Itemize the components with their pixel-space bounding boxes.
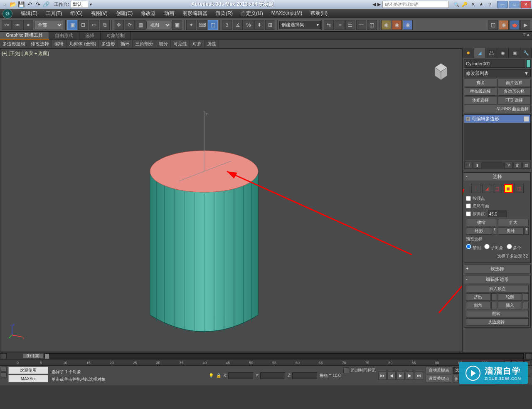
frame-indicator[interactable]: 0 / 100	[23, 354, 43, 358]
motion-tab-icon[interactable]: ◉	[497, 48, 509, 58]
sub-ribbon-item[interactable]: 多边形建模	[0, 40, 28, 48]
mod-stack-item[interactable]: + 可编辑多边形	[464, 115, 530, 123]
material-editor-icon[interactable]: ◉	[381, 20, 391, 30]
qat-save-icon[interactable]: 💾	[17, 1, 25, 8]
menu-item[interactable]: 帮助(H)	[306, 10, 332, 17]
outline-settings-icon[interactable]	[523, 293, 529, 301]
time-track[interactable]	[44, 353, 524, 359]
prev-frame-icon[interactable]: ◀	[387, 372, 396, 380]
sub-ribbon-item[interactable]: 细分	[156, 40, 171, 48]
ignore-backfacing-checkbox[interactable]	[466, 203, 471, 208]
key-icon[interactable]: 🔑	[461, 1, 468, 8]
select-name-icon[interactable]: ⊡	[78, 20, 88, 30]
menu-item[interactable]: MAXScript(M)	[267, 10, 307, 17]
mod-nurbs-sel[interactable]: NURBS 曲面选择	[464, 105, 531, 113]
sub-ribbon-item[interactable]: 修改选择	[28, 40, 52, 48]
ribbon-chevron-icon[interactable]: ▿ ▴	[521, 32, 532, 40]
lock-icon[interactable]: 🔒	[216, 373, 221, 378]
time-thumb[interactable]	[45, 354, 49, 359]
sub-ribbon-item[interactable]: 几何体 (全部)	[66, 40, 99, 48]
set-key-button[interactable]: 设置关键点	[426, 375, 452, 382]
layer-icon[interactable]: ☰	[345, 20, 355, 30]
mod-patch-sel[interactable]: 面片选择	[498, 79, 531, 87]
scale-icon[interactable]: ▤	[135, 20, 145, 30]
timeline-right-icon[interactable]	[525, 353, 532, 359]
shrink-button[interactable]: 收缩	[466, 219, 497, 226]
menu-item[interactable]: 组(G)	[66, 10, 86, 17]
configure-sets-icon[interactable]: ▤	[522, 162, 530, 169]
add-time-tag[interactable]: 添加时间标记	[351, 367, 376, 373]
viewport[interactable]: [+] [正交] [ 真实 + 边面] z	[0, 48, 462, 352]
close-button[interactable]: ✕	[520, 1, 531, 8]
modifier-stack[interactable]: + 可编辑多边形	[464, 114, 531, 160]
help-search-input[interactable]	[382, 1, 449, 8]
by-angle-checkbox[interactable]	[466, 211, 471, 216]
polygon-subobj-icon[interactable]: ◼	[504, 184, 513, 193]
render-last-icon[interactable]: ▶	[520, 20, 530, 30]
preview-multi-radio[interactable]	[507, 244, 512, 249]
ring-spinner-icon[interactable]: ⬍	[493, 227, 497, 235]
hinge-button[interactable]: 从边旋转	[466, 318, 529, 326]
goto-end-icon[interactable]: ⏭	[415, 372, 423, 380]
utilities-tab-icon[interactable]: 🔧	[520, 48, 532, 58]
menu-item[interactable]: 编辑(E)	[17, 10, 42, 17]
key-icon-btn[interactable]: ⊚	[453, 375, 459, 382]
angle-snap-icon[interactable]: ∡	[233, 20, 243, 30]
qat-undo-icon[interactable]: ↶	[26, 1, 33, 8]
ribbon-tab[interactable]: Graphite 建模工具	[0, 32, 49, 40]
sub-ribbon-item[interactable]: 属性	[204, 40, 219, 48]
timeline-left-icon[interactable]	[0, 353, 7, 359]
edged-faces-icon[interactable]: ⊞	[265, 20, 275, 30]
qat-redo-icon[interactable]: ↷	[34, 1, 42, 8]
vertex-subobj-icon[interactable]: ⋮	[471, 184, 480, 193]
sub-ribbon-item[interactable]: 循环	[118, 40, 133, 48]
curve-editor-icon[interactable]: 〰	[356, 20, 366, 30]
snap-toggle-icon[interactable]: ◫	[208, 20, 218, 30]
menu-item[interactable]: 图形编辑器	[178, 10, 212, 17]
ring-button[interactable]: 环形	[466, 227, 492, 235]
link-icon[interactable]: ⚯	[2, 20, 12, 30]
named-selection-input[interactable]	[279, 21, 321, 29]
select-object-icon[interactable]: ▣	[67, 20, 77, 30]
trackbar-icon-2[interactable]	[1, 372, 7, 377]
teapot-render-icon[interactable]: 🫖	[510, 20, 520, 30]
extrude-settings-icon[interactable]	[491, 293, 497, 301]
expand-icon[interactable]: +	[466, 117, 470, 121]
by-vertex-checkbox[interactable]	[466, 196, 471, 201]
pin-stack-icon[interactable]: ⊣	[464, 162, 472, 169]
ribbon-tab[interactable]: 选择	[79, 32, 101, 40]
window-crossing-icon[interactable]: ⧉	[100, 20, 110, 30]
mod-ffd-sel[interactable]: FFD 选择	[498, 96, 531, 104]
sub-ribbon-item[interactable]: 编辑	[52, 40, 66, 48]
rotate-icon[interactable]: ⟳	[125, 20, 135, 30]
sub-ribbon-item[interactable]: 可见性	[171, 40, 190, 48]
qat-link-icon[interactable]: 🔗	[42, 1, 50, 8]
mirror-icon[interactable]: ⇆	[324, 20, 334, 30]
create-tab-icon[interactable]: ✹	[463, 48, 474, 58]
menu-item[interactable]: 创建(C)	[112, 10, 137, 17]
ribbon-tab[interactable]: 对象绘制	[101, 32, 131, 40]
preview-subobj-radio[interactable]	[484, 244, 490, 249]
select-region-rect-icon[interactable]: ▭	[89, 20, 99, 30]
angle-spinner[interactable]	[488, 211, 507, 217]
bind-icon[interactable]: ⚭	[23, 20, 33, 30]
element-subobj-icon[interactable]: ◫	[515, 184, 524, 193]
preview-off-radio[interactable]	[466, 244, 471, 249]
welcome-button[interactable]: 欢迎使用	[8, 367, 48, 374]
loop-button[interactable]: 循环	[498, 227, 524, 235]
modifier-list-combo[interactable]: 修改器列表▼	[464, 69, 531, 77]
workspace-dropdown[interactable]: 默认	[71, 1, 88, 8]
align-icon[interactable]: ⊫	[335, 20, 345, 30]
bulb-icon[interactable]: 💡	[209, 373, 214, 378]
minimize-button[interactable]: —	[497, 1, 508, 8]
inset-settings-icon[interactable]	[523, 302, 529, 309]
ribbon-tab[interactable]: 自由形式	[49, 32, 79, 40]
percent-snap-icon[interactable]: %	[244, 20, 254, 30]
show-end-result-icon[interactable]: ▮	[473, 162, 481, 169]
ref-coord-combo[interactable]: 视图	[146, 21, 171, 29]
mod-spline-sel[interactable]: 样条线选择	[464, 87, 497, 96]
qat-new-icon[interactable]: ▫	[1, 1, 8, 8]
next-frame-icon[interactable]: ▶	[406, 372, 414, 380]
trackbar-icon-1[interactable]	[1, 367, 7, 372]
display-tab-icon[interactable]: ▣	[509, 48, 520, 58]
